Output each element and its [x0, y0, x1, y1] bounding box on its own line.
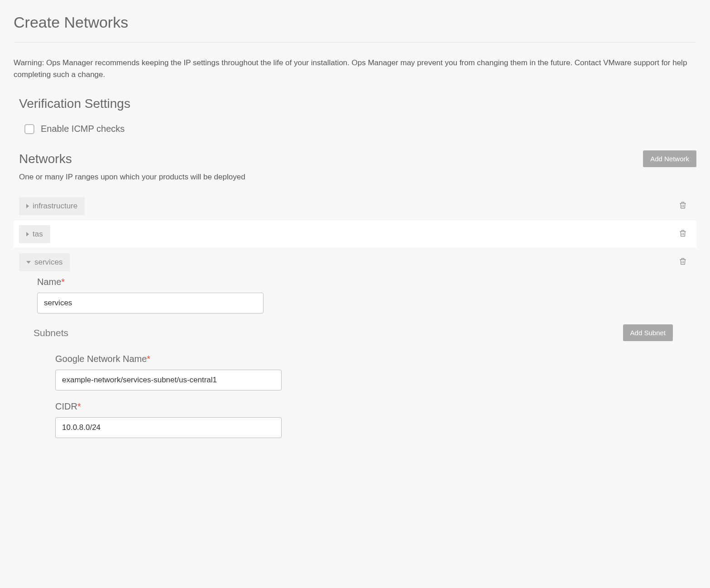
add-network-button[interactable]: Add Network [643, 150, 696, 167]
networks-description: One or many IP ranges upon which your pr… [19, 173, 696, 182]
network-chip-infrastructure[interactable]: infrastructure [19, 197, 85, 215]
verification-heading: Verification Settings [19, 96, 696, 111]
required-asterisk: * [147, 354, 150, 364]
add-subnet-button[interactable]: Add Subnet [623, 324, 673, 341]
network-label: infrastructure [33, 202, 77, 211]
cidr-input[interactable] [55, 417, 282, 438]
required-asterisk: * [77, 401, 81, 411]
network-chip-services[interactable]: services [19, 253, 70, 271]
services-expanded: Name* Subnets Add Subnet Google Network … [14, 277, 696, 438]
icmp-checkbox[interactable] [24, 124, 34, 134]
name-input[interactable] [37, 293, 264, 313]
trash-icon[interactable] [678, 256, 687, 268]
network-chip-tas[interactable]: tas [19, 225, 50, 243]
required-asterisk: * [61, 277, 65, 287]
network-label: services [34, 258, 62, 267]
chevron-down-icon [26, 261, 31, 264]
google-network-label: Google Network Name* [55, 354, 691, 364]
google-network-input[interactable] [55, 370, 282, 390]
divider [14, 42, 696, 43]
networks-heading: Networks [19, 152, 72, 166]
trash-icon[interactable] [678, 228, 687, 240]
chevron-right-icon [26, 204, 29, 208]
trash-icon[interactable] [678, 200, 687, 212]
network-row-infrastructure: infrastructure [14, 193, 696, 220]
warning-text: Warning: Ops Manager recommends keeping … [14, 57, 696, 80]
page-title: Create Networks [14, 14, 696, 31]
icmp-label: Enable ICMP checks [41, 124, 125, 134]
network-row-services: services [14, 249, 696, 276]
name-label: Name* [37, 277, 691, 287]
cidr-label: CIDR* [55, 401, 691, 412]
subnets-heading: Subnets [34, 328, 68, 338]
chevron-right-icon [26, 232, 29, 236]
network-label: tas [33, 230, 43, 239]
network-row-tas: tas [14, 221, 696, 248]
